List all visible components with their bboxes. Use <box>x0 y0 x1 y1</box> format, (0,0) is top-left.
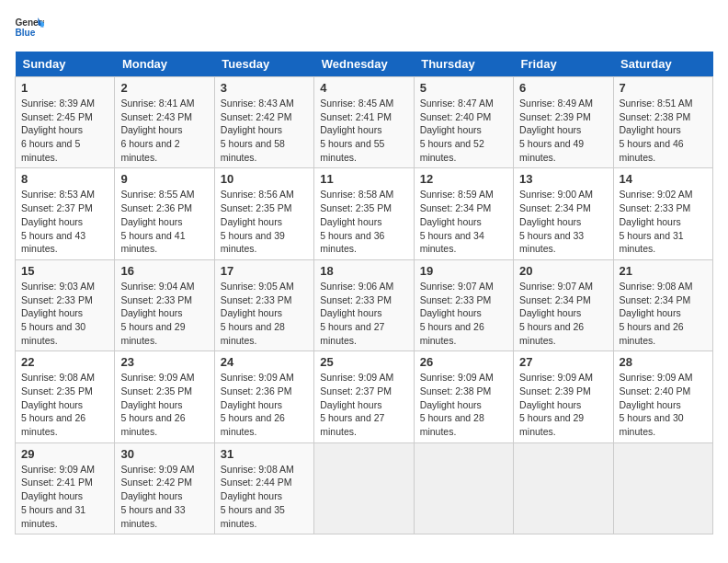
day-number: 26 <box>420 355 507 369</box>
calendar-week-row: 29 Sunrise: 9:09 AMSunset: 2:41 PMDaylig… <box>16 442 713 534</box>
day-detail: Sunrise: 9:09 AMSunset: 2:38 PMDaylight … <box>420 372 494 437</box>
calendar-cell: 10 Sunrise: 8:56 AMSunset: 2:35 PMDaylig… <box>214 168 313 259</box>
day-number: 4 <box>320 81 407 95</box>
calendar-cell: 4 Sunrise: 8:45 AMSunset: 2:41 PMDayligh… <box>314 77 414 168</box>
day-number: 7 <box>620 81 707 95</box>
page-header: General Blue <box>15 15 713 40</box>
calendar-cell <box>613 442 712 534</box>
day-number: 21 <box>620 264 707 278</box>
calendar-cell: 15 Sunrise: 9:03 AMSunset: 2:33 PMDaylig… <box>16 259 115 350</box>
day-number: 28 <box>620 355 707 369</box>
day-detail: Sunrise: 9:09 AMSunset: 2:37 PMDaylight … <box>320 372 393 437</box>
calendar-cell: 26 Sunrise: 9:09 AMSunset: 2:38 PMDaylig… <box>414 351 513 442</box>
calendar-cell: 5 Sunrise: 8:47 AMSunset: 2:40 PMDayligh… <box>414 77 513 168</box>
day-number: 2 <box>120 81 208 95</box>
calendar-cell: 13 Sunrise: 9:00 AMSunset: 2:34 PMDaylig… <box>514 168 613 259</box>
day-detail: Sunrise: 9:09 AMSunset: 2:41 PMDaylight … <box>21 464 95 529</box>
day-detail: Sunrise: 9:09 AMSunset: 2:39 PMDaylight … <box>519 372 593 437</box>
calendar-cell: 24 Sunrise: 9:09 AMSunset: 2:36 PMDaylig… <box>214 351 313 442</box>
day-number: 16 <box>120 264 208 278</box>
day-number: 31 <box>221 447 308 461</box>
header-thursday: Thursday <box>414 52 513 77</box>
day-number: 25 <box>320 355 407 369</box>
calendar-cell: 8 Sunrise: 8:53 AMSunset: 2:37 PMDayligh… <box>16 168 115 259</box>
day-number: 23 <box>120 355 208 369</box>
calendar-cell: 16 Sunrise: 9:04 AMSunset: 2:33 PMDaylig… <box>115 259 214 350</box>
day-number: 20 <box>519 264 607 278</box>
day-detail: Sunrise: 8:49 AMSunset: 2:39 PMDaylight … <box>519 98 593 163</box>
day-detail: Sunrise: 8:43 AMSunset: 2:42 PMDaylight … <box>221 98 294 163</box>
calendar-cell: 3 Sunrise: 8:43 AMSunset: 2:42 PMDayligh… <box>214 77 313 168</box>
day-detail: Sunrise: 9:09 AMSunset: 2:35 PMDaylight … <box>120 372 194 437</box>
day-number: 8 <box>21 172 108 186</box>
day-detail: Sunrise: 8:56 AMSunset: 2:35 PMDaylight … <box>221 189 294 254</box>
header-sunday: Sunday <box>16 52 115 77</box>
day-detail: Sunrise: 8:45 AMSunset: 2:41 PMDaylight … <box>320 98 393 163</box>
calendar-cell: 11 Sunrise: 8:58 AMSunset: 2:35 PMDaylig… <box>314 168 414 259</box>
day-number: 12 <box>420 172 507 186</box>
calendar-cell: 17 Sunrise: 9:05 AMSunset: 2:33 PMDaylig… <box>214 259 313 350</box>
day-number: 29 <box>21 447 108 461</box>
calendar-cell: 20 Sunrise: 9:07 AMSunset: 2:34 PMDaylig… <box>514 259 613 350</box>
calendar-table: SundayMondayTuesdayWednesdayThursdayFrid… <box>15 52 713 534</box>
calendar-cell: 31 Sunrise: 9:08 AMSunset: 2:44 PMDaylig… <box>214 442 313 534</box>
day-detail: Sunrise: 9:05 AMSunset: 2:33 PMDaylight … <box>221 281 294 346</box>
calendar-cell: 2 Sunrise: 8:41 AMSunset: 2:43 PMDayligh… <box>115 77 214 168</box>
day-detail: Sunrise: 8:53 AMSunset: 2:37 PMDaylight … <box>21 189 95 254</box>
calendar-header-row: SundayMondayTuesdayWednesdayThursdayFrid… <box>16 52 713 77</box>
day-number: 13 <box>519 172 607 186</box>
day-detail: Sunrise: 9:08 AMSunset: 2:34 PMDaylight … <box>620 281 693 346</box>
calendar-week-row: 1 Sunrise: 8:39 AMSunset: 2:45 PMDayligh… <box>16 77 713 168</box>
day-number: 19 <box>420 264 507 278</box>
header-saturday: Saturday <box>613 52 712 77</box>
day-number: 15 <box>21 264 108 278</box>
day-detail: Sunrise: 9:04 AMSunset: 2:33 PMDaylight … <box>120 281 194 346</box>
day-detail: Sunrise: 9:09 AMSunset: 2:40 PMDaylight … <box>620 372 693 437</box>
logo: General Blue <box>15 15 44 40</box>
day-detail: Sunrise: 9:08 AMSunset: 2:44 PMDaylight … <box>221 464 294 529</box>
day-detail: Sunrise: 8:47 AMSunset: 2:40 PMDaylight … <box>420 98 494 163</box>
day-number: 18 <box>320 264 407 278</box>
day-number: 24 <box>221 355 308 369</box>
calendar-cell: 29 Sunrise: 9:09 AMSunset: 2:41 PMDaylig… <box>16 442 115 534</box>
day-detail: Sunrise: 9:02 AMSunset: 2:33 PMDaylight … <box>620 189 693 254</box>
day-detail: Sunrise: 9:06 AMSunset: 2:33 PMDaylight … <box>320 281 393 346</box>
day-number: 22 <box>21 355 108 369</box>
logo-icon: General Blue <box>15 15 44 40</box>
day-detail: Sunrise: 9:09 AMSunset: 2:42 PMDaylight … <box>120 464 194 529</box>
header-wednesday: Wednesday <box>314 52 414 77</box>
calendar-cell: 6 Sunrise: 8:49 AMSunset: 2:39 PMDayligh… <box>514 77 613 168</box>
calendar-cell: 23 Sunrise: 9:09 AMSunset: 2:35 PMDaylig… <box>115 351 214 442</box>
svg-text:Blue: Blue <box>15 28 35 38</box>
day-detail: Sunrise: 9:08 AMSunset: 2:35 PMDaylight … <box>21 372 95 437</box>
calendar-cell: 7 Sunrise: 8:51 AMSunset: 2:38 PMDayligh… <box>613 77 712 168</box>
day-detail: Sunrise: 9:07 AMSunset: 2:34 PMDaylight … <box>519 281 593 346</box>
day-detail: Sunrise: 8:39 AMSunset: 2:45 PMDaylight … <box>21 98 95 163</box>
day-detail: Sunrise: 8:55 AMSunset: 2:36 PMDaylight … <box>120 189 194 254</box>
calendar-week-row: 8 Sunrise: 8:53 AMSunset: 2:37 PMDayligh… <box>16 168 713 259</box>
calendar-cell: 9 Sunrise: 8:55 AMSunset: 2:36 PMDayligh… <box>115 168 214 259</box>
calendar-cell: 22 Sunrise: 9:08 AMSunset: 2:35 PMDaylig… <box>16 351 115 442</box>
calendar-cell: 14 Sunrise: 9:02 AMSunset: 2:33 PMDaylig… <box>613 168 712 259</box>
calendar-cell: 1 Sunrise: 8:39 AMSunset: 2:45 PMDayligh… <box>16 77 115 168</box>
day-detail: Sunrise: 9:03 AMSunset: 2:33 PMDaylight … <box>21 281 95 346</box>
calendar-cell <box>514 442 613 534</box>
calendar-cell: 27 Sunrise: 9:09 AMSunset: 2:39 PMDaylig… <box>514 351 613 442</box>
day-number: 11 <box>320 172 407 186</box>
day-number: 9 <box>120 172 208 186</box>
day-detail: Sunrise: 9:07 AMSunset: 2:33 PMDaylight … <box>420 281 494 346</box>
day-number: 10 <box>221 172 308 186</box>
calendar-cell: 25 Sunrise: 9:09 AMSunset: 2:37 PMDaylig… <box>314 351 414 442</box>
calendar-cell: 28 Sunrise: 9:09 AMSunset: 2:40 PMDaylig… <box>613 351 712 442</box>
day-number: 30 <box>120 447 208 461</box>
day-number: 14 <box>620 172 707 186</box>
calendar-cell: 19 Sunrise: 9:07 AMSunset: 2:33 PMDaylig… <box>414 259 513 350</box>
header-friday: Friday <box>514 52 613 77</box>
calendar-cell: 12 Sunrise: 8:59 AMSunset: 2:34 PMDaylig… <box>414 168 513 259</box>
calendar-week-row: 15 Sunrise: 9:03 AMSunset: 2:33 PMDaylig… <box>16 259 713 350</box>
day-number: 3 <box>221 81 308 95</box>
calendar-week-row: 22 Sunrise: 9:08 AMSunset: 2:35 PMDaylig… <box>16 351 713 442</box>
calendar-cell: 18 Sunrise: 9:06 AMSunset: 2:33 PMDaylig… <box>314 259 414 350</box>
day-detail: Sunrise: 8:41 AMSunset: 2:43 PMDaylight … <box>120 98 194 163</box>
day-detail: Sunrise: 9:09 AMSunset: 2:36 PMDaylight … <box>221 372 294 437</box>
